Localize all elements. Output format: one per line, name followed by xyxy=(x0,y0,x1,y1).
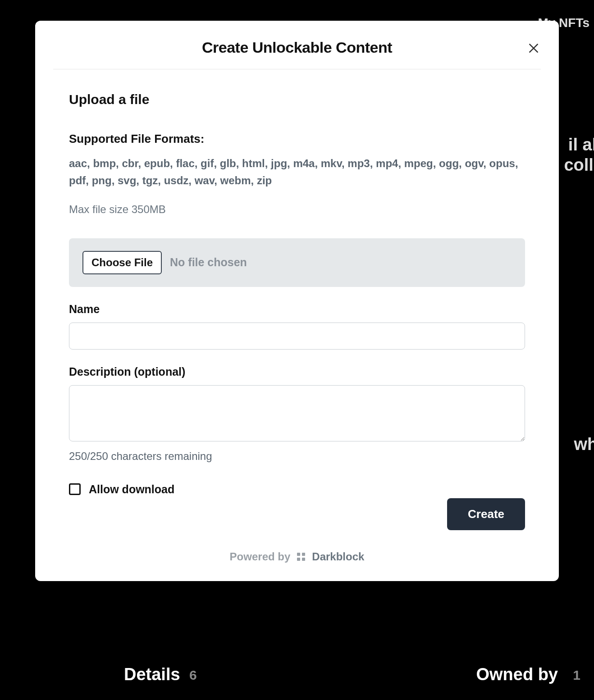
file-picker: Choose File No file chosen xyxy=(69,238,525,287)
create-button-row: Create xyxy=(69,498,525,530)
close-icon xyxy=(528,42,539,54)
description-textarea[interactable] xyxy=(69,385,525,441)
name-label: Name xyxy=(69,303,525,316)
allow-download-label: Allow download xyxy=(89,483,174,496)
choose-file-button[interactable]: Choose File xyxy=(82,251,162,274)
allow-download-checkbox[interactable] xyxy=(69,483,81,495)
description-label: Description (optional) xyxy=(69,365,525,378)
description-char-count: 250/250 characters remaining xyxy=(69,450,525,463)
svg-rect-5 xyxy=(302,558,305,561)
powered-by-brand: Darkblock xyxy=(312,550,364,563)
close-button[interactable] xyxy=(526,41,541,55)
powered-by-label: Powered by xyxy=(230,550,291,563)
formats-list: aac, bmp, cbr, epub, flac, gif, glb, htm… xyxy=(69,155,525,190)
bg-tab-owned-by: Owned by xyxy=(476,665,558,684)
upload-section-title: Upload a file xyxy=(69,92,525,107)
bg-text-fragment: colla xyxy=(564,155,594,175)
allow-download-row: Allow download xyxy=(69,483,525,496)
svg-rect-4 xyxy=(297,558,300,561)
formats-label: Supported File Formats: xyxy=(69,132,525,146)
create-button[interactable]: Create xyxy=(447,498,525,530)
svg-rect-2 xyxy=(297,553,300,556)
powered-by: Powered by Darkblock xyxy=(69,550,525,563)
create-unlockable-modal: Create Unlockable Content Upload a file … xyxy=(35,21,559,581)
name-input[interactable] xyxy=(69,323,525,350)
modal-title: Create Unlockable Content xyxy=(53,39,541,56)
modal-body: Upload a file Supported File Formats: aa… xyxy=(35,69,559,563)
bg-tab-details: Details xyxy=(124,665,180,684)
bg-text-fragment: whic xyxy=(574,435,594,454)
bg-tab-owned-by-count: 1 xyxy=(573,668,580,683)
max-file-size: Max file size 350MB xyxy=(69,203,525,216)
svg-rect-3 xyxy=(302,553,305,556)
bg-tab-details-count: 6 xyxy=(189,668,197,683)
darkblock-logo-icon xyxy=(296,551,306,562)
bg-text-fragment: il allo xyxy=(568,135,594,155)
file-status-text: No file chosen xyxy=(170,256,247,269)
modal-header: Create Unlockable Content xyxy=(35,21,559,69)
